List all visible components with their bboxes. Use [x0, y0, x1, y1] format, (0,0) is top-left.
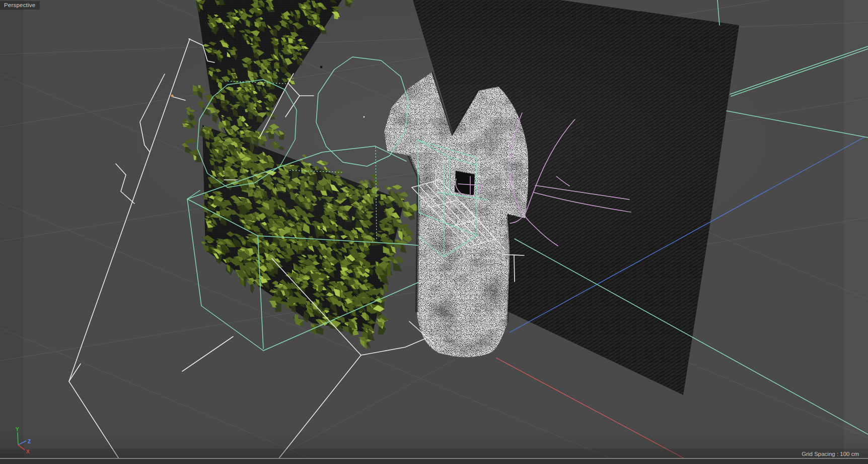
viewport-status-bar: Grid Spacing : 100 cm	[0, 449, 868, 459]
null-point-black[interactable]	[320, 66, 323, 69]
null-point-white[interactable]	[363, 116, 365, 117]
gizmo-z-label: Z	[28, 439, 31, 444]
3d-viewport[interactable]: Y Z X Perspective Grid Spacing : 100 cm	[0, 0, 868, 464]
gizmo-y-label: Y	[16, 427, 19, 432]
viewport-canvas[interactable]: Y Z X	[0, 0, 868, 464]
mesh-hole	[455, 171, 475, 195]
null-point-orange[interactable]	[171, 95, 174, 97]
window-bottom-frame	[0, 458, 868, 464]
viewport-camera-label[interactable]: Perspective	[0, 1, 40, 10]
grid-spacing-status: Grid Spacing : 100 cm	[802, 451, 859, 457]
